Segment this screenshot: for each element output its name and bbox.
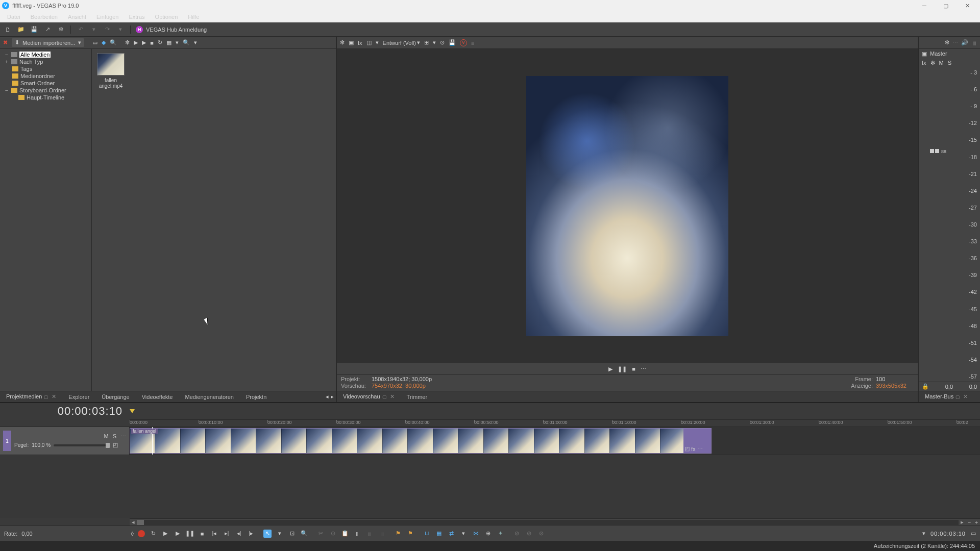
master-mute-button[interactable]: M	[939, 60, 944, 66]
prev-split-icon[interactable]: ◫	[366, 39, 372, 46]
menu-ansicht[interactable]: Ansicht	[63, 13, 91, 21]
ripple-dd-icon[interactable]: ▾	[459, 530, 468, 538]
pin-icon[interactable]: ▢	[44, 394, 48, 399]
pin-icon[interactable]: ▢	[955, 394, 960, 399]
media-view-icon[interactable]: ▦	[166, 39, 172, 46]
play-icon[interactable]: ▶	[174, 530, 182, 538]
snap-icon[interactable]: ⊔	[423, 530, 431, 538]
marker-icon[interactable]: ⚑	[394, 530, 402, 538]
timecode-display[interactable]: 00:00:03:10	[0, 405, 130, 418]
tree-haupt-timeline[interactable]: Haupt-Timeline	[1, 94, 90, 101]
prev-grid-icon[interactable]: ⊞	[424, 39, 429, 46]
lock-icon[interactable]: 🔒	[922, 383, 929, 390]
tab-projektmedien[interactable]: Projektmedien▢✕	[0, 392, 62, 402]
selection-tool-icon[interactable]: ⊡	[288, 530, 296, 538]
menu-bearbeiten[interactable]: Bearbeiten	[26, 13, 63, 21]
tool-dd-icon[interactable]: ▾	[276, 530, 284, 538]
tab-videoeffekte[interactable]: Videoeffekte	[136, 392, 179, 402]
play-start-icon[interactable]: ▶	[161, 530, 169, 538]
redo-dropdown-icon[interactable]: ▾	[116, 25, 125, 34]
prev-fx-icon[interactable]: fx	[358, 40, 362, 46]
undo-dropdown-icon[interactable]: ▾	[89, 25, 99, 34]
go-start-icon[interactable]: |◂	[210, 530, 218, 538]
scroll-thumb[interactable]	[137, 520, 144, 525]
tab-trimmer[interactable]: Trimmer	[401, 392, 434, 402]
prev-grid-dd-icon[interactable]: ▾	[433, 39, 436, 46]
tree-storyboard[interactable]: −Storyboard-Ordner	[1, 87, 90, 94]
scroll-left-icon[interactable]: ◂	[130, 519, 137, 525]
lock-env-icon[interactable]: ⊕	[484, 530, 492, 538]
master-props-icon[interactable]: ✼	[945, 39, 949, 46]
track-solo-button[interactable]: S	[113, 433, 116, 440]
region-icon[interactable]: ⚑	[406, 530, 414, 538]
tc-edit-icon[interactable]: ▭	[971, 530, 976, 537]
track-level-slider[interactable]	[54, 444, 110, 446]
media-search-icon[interactable]: 🔍	[183, 39, 190, 46]
playhead-marker-icon[interactable]	[130, 409, 135, 413]
preview-quality-dropdown[interactable]: Entwurf (Voll)▾	[383, 39, 420, 46]
import-dropdown-icon[interactable]: ▾	[78, 39, 81, 46]
prev-split-dd-icon[interactable]: ▾	[376, 39, 379, 46]
tree-alle-medien[interactable]: −Alle Medien	[1, 51, 90, 58]
split-icon[interactable]: ⫿	[353, 530, 361, 538]
tab-projektnotizen[interactable]: Projektn	[240, 392, 273, 402]
stop-icon[interactable]: ■	[198, 530, 206, 538]
track-clips-area[interactable]: fallen angel ◰ fx ⋯	[130, 427, 980, 455]
preview-pause-icon[interactable]: ❚❚	[618, 366, 627, 372]
import-media-button[interactable]: ⬇ Medien importieren... ▾	[12, 38, 84, 47]
timeline-ruler[interactable]: 00:00:00 00:00:10:00 00:00:20:00 00:00:3…	[130, 419, 980, 427]
maximize-button[interactable]: ▢	[935, 0, 957, 11]
close-tab-icon[interactable]: ✕	[963, 393, 968, 399]
save-icon[interactable]: 💾	[30, 25, 39, 34]
record-button[interactable]	[138, 530, 145, 537]
open-icon[interactable]: 📁	[16, 25, 26, 34]
menu-extras[interactable]: Extras	[124, 13, 150, 21]
close-tab-icon[interactable]: ✕	[52, 393, 56, 399]
tab-videovorschau[interactable]: Videovorschau▢✕	[337, 392, 401, 402]
master-dim-icon[interactable]: ⋯	[952, 39, 958, 46]
hub-button[interactable]: H VEGAS Hub Anmeldung	[136, 26, 207, 33]
prev-record-icon[interactable]: V	[460, 39, 467, 46]
prev-frame-icon[interactable]: ◂|	[235, 530, 243, 538]
zoom-tool-icon[interactable]: 🔍	[300, 530, 308, 538]
menu-hilfe[interactable]: Hilfe	[183, 13, 204, 21]
tree-nach-typ[interactable]: +Nach Typ	[1, 58, 90, 65]
preview-more-icon[interactable]: ⋯	[641, 366, 646, 372]
zoom-in-icon[interactable]: +	[973, 519, 980, 525]
menu-einfuegen[interactable]: Einfügen	[91, 13, 124, 21]
tab-master-bus[interactable]: Master-Bus▢✕	[919, 392, 974, 402]
prev-copy-icon[interactable]: ⊙	[440, 39, 445, 46]
media-play2-icon[interactable]: ▶	[142, 39, 146, 46]
media-play-icon[interactable]: ▶	[134, 39, 138, 46]
prev-props-icon[interactable]: ✼	[340, 39, 345, 46]
trim2-icon[interactable]: ⫼	[378, 530, 386, 538]
media-refresh-icon[interactable]: ↻	[158, 39, 162, 46]
media-thumb[interactable]: fallen angel.mp4	[96, 53, 126, 89]
tree-smart-ordner[interactable]: Smart-Ordner	[1, 80, 90, 87]
zoom-out-icon[interactable]: −	[966, 519, 973, 525]
menu-optionen[interactable]: Optionen	[150, 13, 183, 21]
cut-icon[interactable]: ✂	[316, 530, 325, 538]
clip-fx-icon[interactable]: fx	[691, 446, 696, 452]
media-list[interactable]: fallen angel.mp4	[92, 49, 336, 391]
prev-ext-icon[interactable]: ▣	[349, 39, 354, 46]
prev-scope-icon[interactable]: ≡	[471, 40, 474, 46]
minimize-button[interactable]: ─	[914, 0, 935, 11]
tree-tags[interactable]: Tags	[1, 65, 90, 72]
tab-nav-left-icon[interactable]: ◂	[326, 393, 329, 400]
media-fx-icon[interactable]: ✼	[125, 39, 130, 46]
ignore3-icon[interactable]: ⊘	[537, 530, 545, 538]
paste-icon[interactable]: 📋	[341, 530, 349, 538]
undo-icon[interactable]: ↶	[76, 25, 85, 34]
color-icon[interactable]: ✦	[496, 530, 504, 538]
loop-icon[interactable]: ↻	[149, 530, 157, 538]
normal-tool-icon[interactable]: ↖	[263, 530, 272, 538]
transport-timecode[interactable]: 00:00:03:10	[930, 531, 966, 537]
close-button[interactable]: ✕	[957, 0, 978, 11]
rate-marker-icon[interactable]: ◊	[131, 531, 134, 537]
prev-save-icon[interactable]: 💾	[449, 39, 456, 46]
media-view-dd-icon[interactable]: ▾	[176, 39, 179, 46]
menu-datei[interactable]: Datei	[2, 13, 26, 21]
redo-icon[interactable]: ↷	[103, 25, 112, 34]
tab-nav-right-icon[interactable]: ▸	[331, 393, 334, 400]
